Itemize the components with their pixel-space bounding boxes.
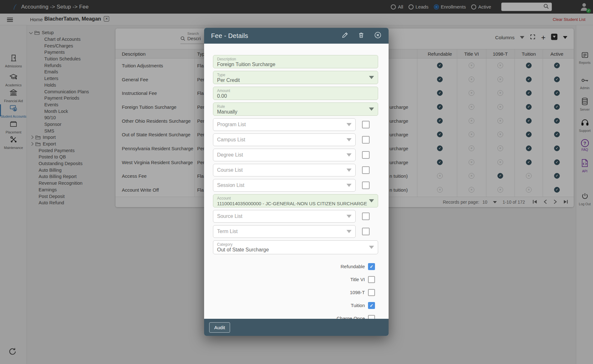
checkbox-label: Title VI — [213, 277, 365, 282]
amount-field[interactable]: Amount 0.00 — [213, 87, 378, 100]
session-list-checkbox[interactable] — [362, 182, 370, 189]
modal-checkbox-row: Tuition — [213, 299, 380, 312]
chevron-down-icon[interactable] — [346, 184, 352, 187]
edit-icon[interactable] — [341, 32, 348, 40]
modal-header: Fee - Details — [204, 28, 389, 44]
modal-checkbox-row: Title VI — [213, 273, 380, 286]
chevron-down-icon[interactable] — [369, 199, 374, 202]
audit-button[interactable]: Audit — [209, 322, 230, 333]
field-value: Per Credit — [217, 77, 374, 83]
chevron-down-icon[interactable] — [369, 246, 374, 249]
course-list-checkbox[interactable] — [362, 166, 370, 174]
term-list-checkbox[interactable] — [362, 228, 370, 235]
session-list-dropdown[interactable]: Session List — [213, 179, 356, 192]
modal-checkbox-row: 1098-T — [213, 286, 380, 299]
chevron-down-icon[interactable] — [346, 138, 352, 141]
campus-list-checkbox[interactable] — [362, 136, 370, 144]
field-label: Amount — [217, 89, 374, 93]
field-placeholder: Degree List — [217, 152, 243, 158]
modal-footer: Audit — [204, 319, 389, 336]
degree-list-dropdown[interactable]: Degree List — [213, 149, 356, 161]
field-placeholder: Course List — [217, 167, 243, 173]
checkbox[interactable] — [368, 302, 375, 309]
program-list-dropdown[interactable]: Program List — [213, 118, 356, 131]
degree-list-checkbox[interactable] — [362, 151, 370, 159]
chevron-down-icon[interactable] — [346, 215, 352, 218]
field-placeholder: Program List — [217, 122, 246, 127]
rule-field[interactable]: Rule Manually — [213, 102, 378, 116]
checkbox[interactable] — [368, 263, 375, 270]
app-root: Accounting -> Setup -> Fee All Leads Enr… — [0, 0, 593, 364]
modal-title: Fee - Details — [211, 32, 341, 40]
source-list-checkbox[interactable] — [362, 213, 370, 220]
field-label: Account — [217, 196, 374, 201]
program-list-checkbox[interactable] — [362, 121, 370, 128]
chevron-down-icon[interactable] — [346, 230, 352, 233]
field-placeholder: Session List — [217, 182, 244, 188]
checkbox[interactable] — [368, 289, 375, 296]
field-placeholder: Source List — [217, 213, 242, 219]
field-label: Category — [217, 242, 374, 247]
field-value: Foreign Tuition Surcharge — [217, 62, 374, 67]
fee-details-modal: Fee - Details Description Foreign Tuitio… — [204, 28, 389, 336]
account-field[interactable]: Account 11100014035000000 - JC-GENERAL-N… — [213, 194, 378, 207]
field-placeholder: Campus List — [217, 137, 245, 143]
chevron-down-icon[interactable] — [346, 123, 352, 126]
modal-checkbox-section: Refundable Title VI 1098-T Tuiti — [213, 260, 380, 325]
field-value: Manually — [217, 109, 374, 115]
field-value: 0.00 — [217, 93, 374, 99]
description-field[interactable]: Description Foreign Tuition Surcharge — [213, 55, 378, 68]
modal-body: Description Foreign Tuition Surcharge Ty… — [204, 44, 389, 336]
category-field[interactable]: Category Out of State Surcharge — [213, 240, 378, 254]
field-label: Description — [217, 57, 374, 61]
chevron-down-icon[interactable] — [369, 108, 374, 111]
field-label: Rule — [217, 104, 374, 109]
field-label: Type — [217, 73, 374, 77]
checkbox[interactable] — [368, 276, 375, 283]
checkbox-label: Tuition — [213, 303, 365, 308]
chevron-down-icon[interactable] — [369, 76, 374, 79]
checkbox-label: Refundable — [213, 264, 365, 269]
checkbox-label: 1098-T — [213, 290, 365, 295]
field-value: 11100014035000000 - JC-GENERAL-NON US CI… — [217, 201, 374, 206]
field-value: Out of State Surcharge — [217, 247, 374, 253]
term-list-dropdown[interactable]: Term List — [213, 225, 356, 238]
field-placeholder: Term List — [217, 229, 238, 234]
source-list-dropdown[interactable]: Source List — [213, 210, 356, 223]
delete-icon[interactable] — [358, 32, 365, 40]
type-field[interactable]: Type Per Credit — [213, 71, 378, 84]
chevron-down-icon[interactable] — [346, 169, 352, 172]
close-icon[interactable] — [374, 31, 382, 40]
chevron-down-icon[interactable] — [346, 153, 352, 157]
modal-checkbox-row: Refundable — [213, 260, 380, 273]
course-list-dropdown[interactable]: Course List — [213, 164, 356, 176]
campus-list-dropdown[interactable]: Campus List — [213, 133, 356, 146]
